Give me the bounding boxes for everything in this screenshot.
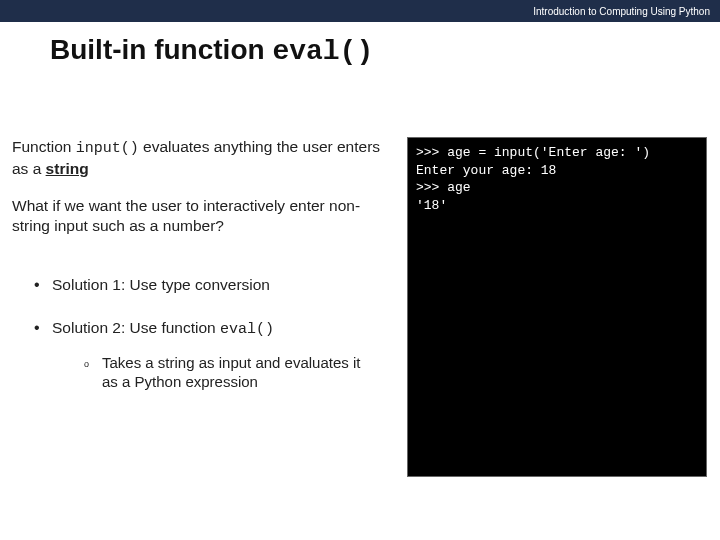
solution-1: Solution 1: Use type conversion xyxy=(34,275,387,294)
right-column: >>> age = input('Enter age: ') Enter you… xyxy=(407,137,708,477)
title-code: eval() xyxy=(272,36,373,67)
solution-2: Solution 2: Use function eval() Takes a … xyxy=(34,318,387,391)
header-bar: Introduction to Computing Using Python xyxy=(0,0,720,22)
p1-code: input() xyxy=(76,140,139,157)
content-area: Function input() evaluates anything the … xyxy=(0,137,720,477)
sub-bullet: Takes a string as input and evaluates it… xyxy=(84,354,374,392)
code-box: >>> age = input('Enter age: ') Enter you… xyxy=(407,137,707,477)
s2-text: Solution 2: Use function xyxy=(52,319,220,336)
paragraph-1: Function input() evaluates anything the … xyxy=(12,137,387,178)
slide-title: Built-in function eval() xyxy=(50,34,720,67)
code-line-1: >>> age = input('Enter age: ') xyxy=(416,145,650,160)
bullet-list: Solution 1: Use type conversion Solution… xyxy=(34,275,387,392)
code-line-3: >>> age xyxy=(416,180,471,195)
title-prefix: Built-in function xyxy=(50,34,272,65)
p1-underline: string xyxy=(46,160,89,177)
code-line-4: '18' xyxy=(416,198,447,213)
p1-text-a: Function xyxy=(12,138,76,155)
course-title: Introduction to Computing Using Python xyxy=(533,6,710,17)
code-line-2: Enter your age: 18 xyxy=(416,163,556,178)
left-column: Function input() evaluates anything the … xyxy=(12,137,407,477)
s2-code: eval() xyxy=(220,321,274,338)
paragraph-2: What if we want the user to interactivel… xyxy=(12,196,387,235)
